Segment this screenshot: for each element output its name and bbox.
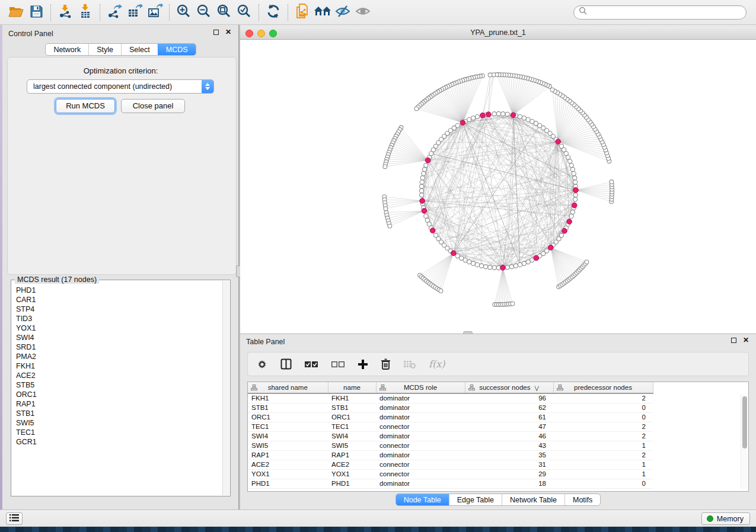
- table-row[interactable]: YOX1YOX1connector291: [248, 469, 653, 479]
- tab-motifs[interactable]: Motifs: [564, 494, 600, 505]
- home-networks-button[interactable]: [312, 3, 333, 22]
- table-row[interactable]: ACE2ACE2connector311: [248, 460, 653, 469]
- table-row[interactable]: SWI4SWI4dominator462: [248, 431, 653, 441]
- sort-indicator-icon: ⋁: [534, 385, 538, 391]
- table-scrollbar-thumb[interactable]: [742, 396, 747, 448]
- table-settings-button[interactable]: [256, 357, 268, 372]
- tab-select[interactable]: Select: [121, 44, 158, 55]
- table-row[interactable]: SWI5SWI5connector431: [248, 441, 653, 450]
- attribute-tree-icon: [468, 384, 475, 391]
- table-cell: 18: [465, 479, 553, 488]
- table-cell: 2: [553, 422, 653, 431]
- tab-network[interactable]: Network: [46, 44, 88, 55]
- column-header-mcds-role[interactable]: MCDS role: [376, 382, 465, 393]
- mcds-result-item[interactable]: YOX1: [16, 323, 222, 333]
- select-all-button[interactable]: [304, 357, 318, 372]
- table-cell: ACE2: [328, 460, 376, 469]
- close-panel-icon[interactable]: ✕: [225, 30, 231, 35]
- table-row[interactable]: PHD1PHD1dominator180: [248, 479, 653, 488]
- delete-table-button-disabled[interactable]: [403, 357, 416, 372]
- table-row[interactable]: RAP1RAP1dominator352: [248, 450, 653, 460]
- mcds-result-item[interactable]: SRD1: [16, 342, 222, 352]
- add-column-button[interactable]: [358, 357, 368, 372]
- mcds-result-item[interactable]: PMA2: [16, 352, 222, 361]
- control-panel: Control Panel ✕ NetworkStyleSelectMCDS O…: [2, 25, 239, 509]
- table-panel-title: Table Panel: [246, 338, 285, 346]
- float-panel-icon[interactable]: [731, 338, 736, 343]
- function-builder-button-disabled[interactable]: f(x): [429, 358, 445, 370]
- share-document-button[interactable]: [292, 3, 312, 22]
- save-session-button[interactable]: [26, 3, 46, 22]
- result-scrollbar-track[interactable]: [222, 281, 229, 495]
- import-table-button[interactable]: [75, 3, 95, 22]
- column-header-name[interactable]: name: [328, 382, 376, 393]
- close-window-button[interactable]: [245, 30, 253, 37]
- mcds-result-item[interactable]: TID3: [16, 314, 222, 323]
- table-cell: 35: [465, 450, 553, 460]
- table-cell: 31: [465, 460, 553, 469]
- show-graphics-button[interactable]: [353, 3, 373, 22]
- mcds-result-item[interactable]: ACE2: [16, 371, 222, 380]
- mcds-result-item[interactable]: CAR1: [16, 295, 222, 305]
- table-row[interactable]: TEC1TEC1connector472: [248, 422, 653, 431]
- float-panel-icon[interactable]: [213, 30, 219, 35]
- tab-network-table[interactable]: Network Table: [502, 494, 564, 505]
- refresh-button[interactable]: [263, 3, 283, 22]
- criterion-dropdown[interactable]: largest connected component (undirected): [27, 79, 214, 94]
- show-column-panel-button[interactable]: [280, 357, 292, 372]
- maximize-window-button[interactable]: [269, 30, 277, 37]
- mcds-result-item[interactable]: TEC1: [16, 428, 222, 437]
- table-row[interactable]: STB1STB1dominator620: [248, 403, 653, 412]
- memory-button[interactable]: Memory: [701, 512, 750, 525]
- export-image-button[interactable]: [145, 3, 165, 22]
- export-network-button[interactable]: [104, 3, 125, 22]
- zoom-fit-button[interactable]: [214, 3, 234, 22]
- mcds-result-item[interactable]: STP4: [16, 305, 222, 314]
- mcds-result-item[interactable]: STB1: [16, 409, 222, 418]
- table-row[interactable]: ORC1ORC1dominator610: [248, 412, 653, 422]
- zoom-out-button[interactable]: [194, 3, 214, 22]
- close-panel-icon[interactable]: ✕: [743, 338, 749, 343]
- table-panel: Table Panel ✕ f(x) shared namenameMCDS r…: [240, 334, 756, 509]
- network-graph-canvas[interactable]: [240, 40, 756, 334]
- task-history-button[interactable]: [6, 512, 23, 525]
- toolbar-separator: [50, 4, 51, 21]
- zoom-fit-icon: [216, 4, 232, 21]
- mcds-result-item[interactable]: FKH1: [16, 361, 222, 371]
- tab-mcds[interactable]: MCDS: [158, 44, 196, 55]
- mcds-result-list: PHD1CAR1STP4TID3YOX1SWI4SRD1PMA2FKH1ACE2…: [12, 282, 222, 495]
- search-input[interactable]: [588, 7, 746, 18]
- tab-style[interactable]: Style: [88, 44, 121, 55]
- mcds-result-item[interactable]: SWI5: [16, 418, 222, 428]
- zoom-in-button[interactable]: [174, 3, 194, 22]
- column-header-shared-name[interactable]: shared name: [248, 382, 328, 393]
- zoom-selected-button[interactable]: [234, 3, 254, 22]
- tab-node-table[interactable]: Node Table: [396, 494, 449, 505]
- mcds-result-item[interactable]: PHD1: [16, 286, 222, 295]
- mcds-result-item[interactable]: ORC1: [16, 390, 222, 399]
- table-scrollbar-track[interactable]: [741, 395, 747, 489]
- tab-edge-table[interactable]: Edge Table: [449, 494, 502, 505]
- close-panel-button[interactable]: Close panel: [121, 99, 185, 113]
- run-mcds-button[interactable]: Run MCDS: [56, 99, 115, 113]
- mcds-result-item[interactable]: SWI4: [16, 333, 222, 342]
- hide-graphics-button[interactable]: [333, 3, 353, 22]
- open-file-button[interactable]: [6, 3, 26, 22]
- deselect-all-button[interactable]: [331, 357, 345, 372]
- mcds-result-item[interactable]: GCR1: [16, 437, 222, 447]
- table-cell: 46: [465, 431, 553, 441]
- delete-column-button[interactable]: [381, 357, 391, 372]
- table-row[interactable]: FKH1FKH1dominator962: [248, 393, 653, 403]
- import-network-button[interactable]: [55, 3, 75, 22]
- table-cell: dominator: [376, 412, 465, 422]
- column-header-successor-nodes[interactable]: successor nodes⋁: [465, 382, 553, 393]
- minimize-window-button[interactable]: [257, 30, 265, 37]
- mcds-result-item[interactable]: RAP1: [16, 399, 222, 409]
- network-window-titlebar[interactable]: YPA_prune.txt_1: [240, 27, 756, 40]
- network-window-title: YPA_prune.txt_1: [240, 27, 756, 39]
- attribute-tree-icon: [557, 384, 563, 391]
- mcds-result-item[interactable]: STB5: [16, 380, 222, 390]
- export-table-icon: [127, 4, 143, 21]
- export-table-button[interactable]: [125, 3, 145, 22]
- column-header-predecessor-nodes[interactable]: predecessor nodes: [553, 382, 653, 393]
